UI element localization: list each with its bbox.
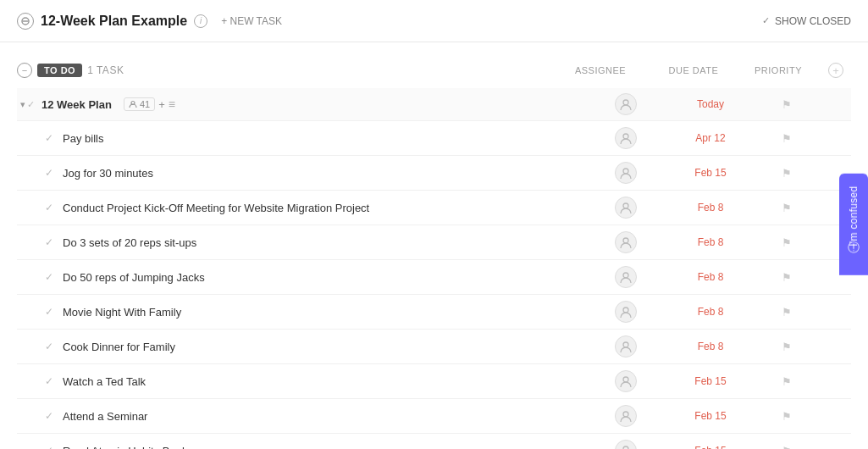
priority-col: ⚑	[753, 236, 821, 249]
task-row-left: ✓ Attend a Seminar	[17, 409, 583, 423]
avatar[interactable]	[615, 335, 637, 358]
header-left: 12-Week Plan Example i + NEW TASK	[17, 12, 762, 30]
task-row-left: ✓ Do 50 reps of Jumping Jacks	[17, 270, 583, 284]
assignee-col	[583, 301, 668, 323]
parent-assignee-col	[583, 93, 668, 115]
due-date: Feb 15	[694, 167, 726, 179]
task-row-left: ✓ Read Atomic Habits Book	[17, 444, 583, 449]
task-name: Jog for 30 minutes	[63, 167, 153, 180]
add-subtask-icon[interactable]: +	[158, 98, 165, 111]
assignee-header: ASSIGNEE	[558, 65, 643, 75]
priority-col: ⚑	[753, 202, 821, 214]
due-date: Feb 8	[698, 202, 724, 213]
row-collapse-icons[interactable]: ▾ ✓	[20, 99, 35, 110]
flag-icon[interactable]: ⚑	[782, 375, 792, 388]
check-task-icon: ✓	[27, 99, 35, 110]
avatar[interactable]	[615, 231, 637, 253]
page-title: 12-Week Plan Example	[41, 14, 187, 29]
svg-point-4	[623, 134, 628, 139]
info-icon[interactable]: i	[194, 14, 207, 28]
show-closed-button[interactable]: ✓ SHOW CLOSED	[762, 15, 851, 27]
feedback-icon: ⓘ	[846, 251, 861, 263]
new-task-button[interactable]: + NEW TASK	[214, 12, 289, 30]
task-meta: 41 + ≡	[124, 97, 175, 111]
task-row: ✓ Do 3 sets of 20 reps sit-ups Feb 8 ⚑	[17, 225, 851, 260]
task-name: Attend a Seminar	[63, 410, 147, 423]
task-check-button[interactable]: ✓	[42, 305, 56, 319]
collapse-icon[interactable]	[17, 13, 34, 30]
flag-icon[interactable]: ⚑	[782, 98, 792, 111]
people-icon	[129, 100, 137, 108]
svg-point-7	[623, 238, 628, 243]
flag-icon[interactable]: ⚑	[782, 132, 792, 145]
feedback-label: I'm confused	[848, 186, 860, 246]
task-row: ✓ Pay bills Apr 12 ⚑	[17, 121, 851, 156]
assignee-col	[583, 405, 668, 427]
avatar[interactable]	[615, 301, 637, 323]
task-name: Movie Night With Family	[63, 306, 181, 319]
flag-icon[interactable]: ⚑	[782, 236, 792, 249]
parent-task-name: 12 Week Plan	[41, 98, 112, 111]
due-date: Feb 8	[698, 271, 724, 283]
section-collapse-button[interactable]: −	[17, 63, 32, 78]
task-check-button[interactable]: ✓	[42, 166, 56, 180]
flag-icon[interactable]: ⚑	[782, 341, 792, 353]
task-check-button[interactable]: ✓	[42, 340, 56, 353]
due-date-col: Feb 8	[668, 202, 753, 213]
task-check-button[interactable]: ✓	[42, 374, 56, 388]
task-check-button[interactable]: ✓	[42, 131, 56, 145]
flag-icon[interactable]: ⚑	[782, 306, 792, 319]
due-date-col: Feb 8	[668, 236, 753, 248]
chevron-down-icon: ▾	[20, 99, 25, 110]
list-icon[interactable]: ≡	[169, 97, 175, 111]
task-row-left: ✓ Cook Dinner for Family	[17, 340, 583, 353]
svg-point-6	[623, 203, 628, 208]
flag-icon[interactable]: ⚑	[782, 271, 792, 284]
task-check-button[interactable]: ✓	[42, 444, 56, 449]
avatar[interactable]	[615, 162, 637, 184]
task-row-left: ✓ Pay bills	[17, 131, 583, 145]
parent-task-row: ▾ ✓ 12 Week Plan 41 + ≡ Today ⚑	[17, 88, 851, 121]
due-date: Feb 15	[694, 375, 726, 387]
avatar[interactable]	[615, 127, 637, 149]
flag-icon[interactable]: ⚑	[782, 410, 792, 423]
due-date-col: Feb 15	[668, 167, 753, 179]
due-date-col: Feb 8	[668, 271, 753, 283]
due-date-col: Feb 8	[668, 341, 753, 352]
flag-icon[interactable]: ⚑	[782, 167, 792, 180]
avatar[interactable]	[615, 405, 637, 427]
task-name: Pay bills	[63, 132, 103, 145]
due-date-col: Feb 15	[668, 445, 753, 449]
task-check-button[interactable]: ✓	[42, 201, 56, 214]
flag-icon[interactable]: ⚑	[782, 445, 792, 450]
section-header: − TO DO 1 TASK ASSIGNEE DUE DATE PRIORIT…	[17, 56, 851, 85]
task-name: Do 3 sets of 20 reps sit-ups	[63, 236, 196, 249]
assignee-col	[583, 440, 668, 449]
task-check-button[interactable]: ✓	[42, 270, 56, 284]
avatar[interactable]	[615, 266, 637, 288]
add-column-icon[interactable]: +	[828, 63, 843, 78]
svg-point-9	[623, 308, 628, 313]
priority-header: PRIORITY	[744, 65, 812, 75]
parent-row-left: ▾ ✓ 12 Week Plan 41 + ≡	[17, 97, 583, 111]
priority-col: ⚑	[753, 167, 821, 180]
subtask-count-badge[interactable]: 41	[124, 97, 155, 111]
task-check-button[interactable]: ✓	[42, 409, 56, 423]
task-row: ✓ Jog for 30 minutes Feb 15 ⚑	[17, 156, 851, 191]
task-row-left: ✓ Watch a Ted Talk	[17, 374, 583, 388]
assignee-col	[583, 370, 668, 392]
svg-point-11	[623, 377, 628, 382]
priority-col: ⚑	[753, 341, 821, 353]
task-row-left: ✓ Jog for 30 minutes	[17, 166, 583, 180]
feedback-tab[interactable]: ⓘ I'm confused	[839, 174, 868, 275]
avatar[interactable]	[615, 440, 637, 449]
flag-icon[interactable]: ⚑	[782, 202, 792, 214]
task-check-button[interactable]: ✓	[42, 236, 56, 249]
task-row: ✓ Watch a Ted Talk Feb 15 ⚑	[17, 364, 851, 399]
priority-col: ⚑	[753, 271, 821, 284]
due-date-col: Apr 12	[668, 132, 753, 144]
section-count: 1 TASK	[87, 64, 124, 76]
avatar[interactable]	[615, 93, 637, 115]
avatar[interactable]	[615, 370, 637, 392]
avatar[interactable]	[615, 197, 637, 219]
